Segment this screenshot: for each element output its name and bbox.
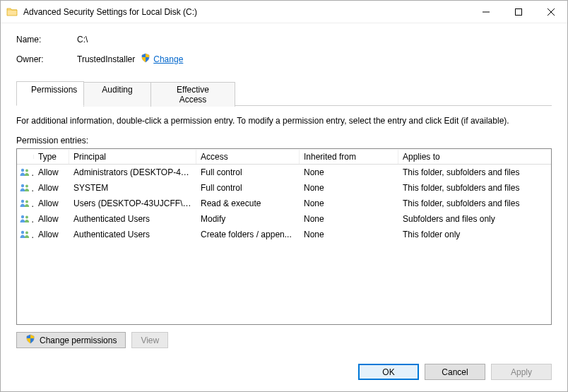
svg-point-10 <box>25 231 28 234</box>
owner-row: Owner: TrustedInstaller Change <box>16 53 552 65</box>
apply-button: Apply <box>491 364 552 380</box>
svg-point-4 <box>25 184 28 187</box>
cell-access: Modify <box>196 213 300 225</box>
cell-applies: This folder, subfolders and files <box>398 182 551 194</box>
cell-principal: Users (DESKTOP-43UJCFF\Use... <box>69 197 196 210</box>
folder-icon <box>6 6 18 18</box>
col-type[interactable]: Type <box>34 150 69 164</box>
cell-applies: This folder, subfolders and files <box>398 197 551 210</box>
change-permissions-button[interactable]: Change permissions <box>16 332 126 348</box>
cancel-button[interactable]: Cancel <box>425 364 485 380</box>
cell-principal: SYSTEM <box>69 182 196 194</box>
svg-point-2 <box>25 169 28 172</box>
svg-point-8 <box>25 215 28 218</box>
name-label: Name: <box>16 35 77 44</box>
cell-type: Allow <box>34 213 69 225</box>
change-permissions-label: Change permissions <box>40 335 117 345</box>
table-row[interactable]: AllowAuthenticated UsersCreate folders /… <box>17 227 551 242</box>
cell-access: Full control <box>196 182 300 194</box>
permissions-grid[interactable]: Type Principal Access Inherited from App… <box>16 148 552 325</box>
svg-point-9 <box>21 230 24 233</box>
users-icon <box>17 213 34 226</box>
name-value: C:\ <box>77 35 88 44</box>
col-applies[interactable]: Applies to <box>398 150 551 164</box>
users-icon <box>17 228 34 242</box>
shield-icon <box>141 53 150 65</box>
cell-type: Allow <box>34 166 69 179</box>
dialog-buttons: OK Cancel Apply <box>1 357 567 391</box>
titlebar: Advanced Security Settings for Local Dis… <box>1 1 567 23</box>
svg-point-3 <box>21 184 24 186</box>
cell-inherited: None <box>300 197 398 210</box>
view-button: View <box>131 332 168 348</box>
col-icon[interactable] <box>17 155 34 159</box>
tab-permissions[interactable]: Permissions <box>16 81 84 106</box>
grid-button-row: Change permissions View <box>16 332 552 348</box>
tab-effective-access[interactable]: Effective Access <box>150 82 235 107</box>
cell-principal: Administrators (DESKTOP-43U... <box>69 166 196 179</box>
cell-type: Allow <box>34 197 69 210</box>
cell-applies: This folder, subfolders and files <box>398 166 551 179</box>
svg-point-1 <box>21 168 24 171</box>
svg-rect-0 <box>516 8 522 15</box>
cell-principal: Authenticated Users <box>69 228 196 241</box>
col-principal[interactable]: Principal <box>69 150 196 164</box>
users-icon <box>17 166 34 179</box>
tab-body: For additional information, double-click… <box>16 105 552 348</box>
maximize-button[interactable] <box>502 1 535 23</box>
cell-inherited: None <box>300 166 398 179</box>
instruction-text: For additional information, double-click… <box>16 116 552 126</box>
cell-principal: Authenticated Users <box>69 213 196 225</box>
users-icon <box>17 197 34 210</box>
svg-point-6 <box>25 200 28 203</box>
close-button[interactable] <box>535 1 567 23</box>
owner-value: TrustedInstaller <box>77 54 135 64</box>
cell-access: Full control <box>196 166 300 179</box>
col-access[interactable]: Access <box>196 150 300 164</box>
table-row[interactable]: AllowAuthenticated UsersModifyNoneSubfol… <box>17 211 551 227</box>
table-row[interactable]: AllowUsers (DESKTOP-43UJCFF\Use...Read &… <box>17 196 551 211</box>
owner-label: Owner: <box>16 54 77 64</box>
shield-icon <box>25 334 35 346</box>
svg-point-5 <box>21 199 24 202</box>
name-row: Name: C:\ <box>16 35 552 44</box>
cell-inherited: None <box>300 213 398 225</box>
grid-header: Type Principal Access Inherited from App… <box>17 149 551 165</box>
change-owner-link[interactable]: Change <box>153 54 183 64</box>
table-row[interactable]: AllowSYSTEMFull controlNoneThis folder, … <box>17 180 551 196</box>
advanced-security-window: Advanced Security Settings for Local Dis… <box>0 0 568 392</box>
tab-auditing[interactable]: Auditing <box>83 82 151 107</box>
cell-type: Allow <box>34 182 69 194</box>
cell-type: Allow <box>34 228 69 241</box>
svg-point-7 <box>21 215 24 218</box>
cell-access: Create folders / appen... <box>196 228 300 241</box>
cell-applies: Subfolders and files only <box>398 213 551 225</box>
table-row[interactable]: AllowAdministrators (DESKTOP-43U...Full … <box>17 165 551 180</box>
cell-applies: This folder only <box>398 228 551 241</box>
users-icon <box>17 182 34 195</box>
entries-label: Permission entries: <box>16 136 552 145</box>
ok-button[interactable]: OK <box>358 364 419 380</box>
cell-inherited: None <box>300 182 398 194</box>
cell-access: Read & execute <box>196 197 300 210</box>
window-title: Advanced Security Settings for Local Dis… <box>23 7 197 17</box>
minimize-button[interactable] <box>470 1 502 23</box>
cell-inherited: None <box>300 228 398 241</box>
col-inherited[interactable]: Inherited from <box>300 150 398 164</box>
content-area: Name: C:\ Owner: TrustedInstaller Change… <box>1 23 567 357</box>
tab-strip: Permissions Auditing Effective Access <box>16 81 552 105</box>
view-label: View <box>141 335 159 345</box>
